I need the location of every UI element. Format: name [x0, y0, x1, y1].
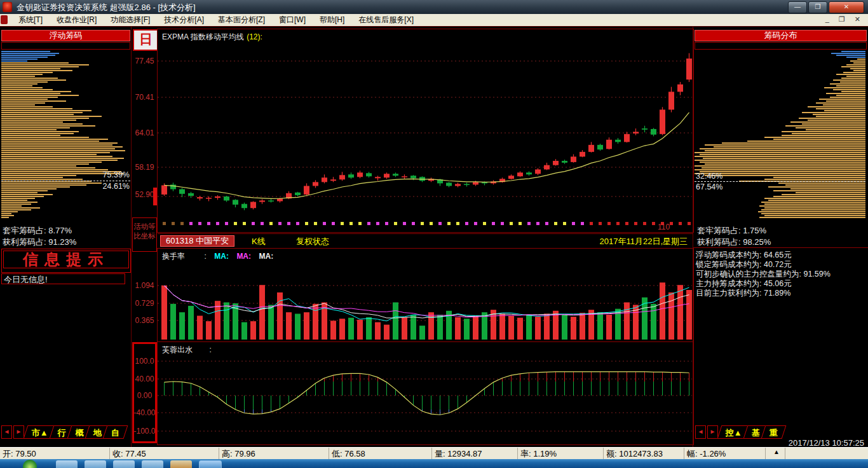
info-prompt-title: 信息提示	[3, 251, 129, 268]
histogram-bar	[806, 129, 865, 130]
histogram-bar	[705, 144, 865, 146]
taskbar-icon[interactable]	[113, 460, 135, 468]
app-icon	[3, 2, 12, 12]
scroll-left-button[interactable]: ◄	[1, 425, 12, 439]
histogram-bar	[1, 146, 123, 148]
divider	[693, 247, 868, 248]
tab-自[interactable]: 自	[102, 425, 128, 439]
scroll-left-button[interactable]: ◄	[695, 425, 706, 439]
histogram-bar	[1, 70, 72, 71]
restore-button[interactable]: ❐	[808, 1, 827, 13]
histogram-bar	[1, 118, 89, 119]
taskbar-icon-active[interactable]	[199, 460, 222, 468]
histogram-bar	[846, 57, 865, 58]
tab-label: 自	[111, 427, 119, 439]
histogram-bar	[1, 62, 69, 64]
axis-tick-label: 100.0	[132, 357, 157, 366]
osc-header: 芙蓉出水 :	[162, 343, 212, 355]
menu-item[interactable]: 窗口[W]	[272, 15, 313, 25]
histogram-bar	[764, 203, 865, 205]
kline-label[interactable]: K线	[252, 236, 266, 247]
candlestick-chart[interactable]	[158, 29, 692, 231]
minimize-button[interactable]: —	[788, 1, 807, 13]
histogram-bar	[1, 114, 74, 115]
histogram-bar	[773, 177, 865, 178]
histogram-bar	[1, 121, 63, 123]
histogram-bar	[1, 179, 83, 180]
menu-item[interactable]: 基本面分析[Z]	[211, 15, 272, 25]
status-expand-marker[interactable]: ▲	[766, 448, 785, 460]
histogram-bar	[808, 120, 865, 121]
histogram-bar	[816, 116, 865, 117]
windows-taskbar[interactable]	[0, 459, 868, 468]
histogram-bar	[1, 129, 57, 130]
period-indicator[interactable]: 日	[133, 29, 159, 51]
scroll-right-button[interactable]: ►	[707, 425, 718, 439]
histogram-bar	[1, 91, 71, 92]
menu-item[interactable]: 帮助[H]	[313, 15, 351, 25]
tab-重[interactable]: 重	[761, 425, 786, 439]
histogram-bar	[764, 137, 865, 138]
histogram-bar	[1, 152, 110, 153]
ma3-label: MA:	[254, 252, 274, 261]
axis-tick-label: 40.00	[132, 375, 157, 383]
histogram-bar	[1, 81, 48, 83]
menu-item[interactable]: 功能选择[F]	[104, 15, 157, 25]
status-cell: 开: 79.50	[0, 448, 110, 460]
menu-item[interactable]: 技术分析[A]	[157, 15, 211, 25]
histogram-bar	[1, 76, 35, 77]
info-prompt-box: 信息提示	[1, 249, 131, 273]
status-filler	[785, 448, 868, 460]
taskbar-icon[interactable]	[142, 460, 163, 468]
histogram-bar	[1, 116, 102, 117]
taskbar-icon[interactable]	[85, 460, 106, 468]
histogram-bar	[824, 110, 865, 111]
axis-tick-label: -100.0	[132, 427, 157, 436]
histogram-bar	[700, 171, 865, 172]
summary-line: 锁定筹码成本约为: 40.72元	[696, 260, 866, 270]
start-button[interactable]	[23, 460, 37, 468]
turnover-chart[interactable]	[158, 249, 692, 340]
histogram-bar	[1, 217, 9, 218]
mdi-window-controls[interactable]: _ ❐ ✕	[825, 15, 864, 24]
histogram-bar	[747, 141, 865, 142]
histogram-bar	[1, 200, 27, 201]
axis-tick-label: 70.41	[132, 93, 157, 102]
histogram-bar	[695, 152, 865, 153]
histogram-bar	[695, 156, 865, 157]
histogram-bar	[841, 78, 865, 79]
summary-line: 目前主力获利约为: 71.89%	[696, 289, 866, 298]
taskbar-icon[interactable]	[170, 460, 192, 468]
main-force-summary: 浮动筹码成本约为: 64.65元锁定筹码成本约为: 40.72元可初步确认的主力…	[696, 251, 866, 298]
histogram-bar	[799, 118, 865, 119]
symbol-badge[interactable]: 601318 中国平安	[160, 235, 234, 247]
fuquan-label[interactable]: 复权状态	[296, 236, 329, 247]
histogram-bar	[843, 72, 865, 73]
close-button[interactable]: ✕	[829, 1, 864, 13]
status-bar: 开: 79.50收: 77.45高: 79.96低: 76.58量: 12934…	[0, 447, 868, 460]
histogram-bar	[761, 202, 865, 203]
window-title: 金钥匙证券投资决策系统 超强版2.86 - [技术分析]	[17, 2, 196, 13]
scale-mode-label[interactable]: 活动等 比坐标	[132, 217, 157, 252]
histogram-bar	[1, 112, 83, 113]
menu-item[interactable]: 系统[T]	[11, 15, 50, 25]
symbol-info-bar: 601318 中国平安 K线 复权状态 2017年11月22日,星期三	[158, 233, 693, 249]
histogram-bar	[1, 137, 89, 138]
histogram-bar	[836, 85, 865, 86]
histogram-bar	[1, 177, 63, 178]
oscillator-chart[interactable]	[158, 342, 692, 443]
histogram-bar	[1, 97, 58, 98]
histogram-bar	[857, 59, 865, 60]
histogram-bar	[1, 106, 53, 107]
histogram-bar	[1, 148, 115, 149]
menu-item[interactable]: 收盘作业[R]	[50, 15, 104, 25]
scroll-right-button[interactable]: ►	[13, 425, 24, 439]
tab-label: 地	[93, 427, 102, 439]
histogram-bar	[836, 95, 865, 96]
menu-item[interactable]: 在线售后服务[X]	[351, 15, 421, 25]
histogram-bar	[1, 72, 53, 73]
histogram-bar	[792, 133, 865, 134]
indicator-header: EXPMA 指数移动平均线 (12):	[162, 31, 262, 43]
left-locked-chips: 套牢筹码占: 8.77%	[3, 225, 72, 237]
taskbar-icon[interactable]	[56, 460, 78, 468]
